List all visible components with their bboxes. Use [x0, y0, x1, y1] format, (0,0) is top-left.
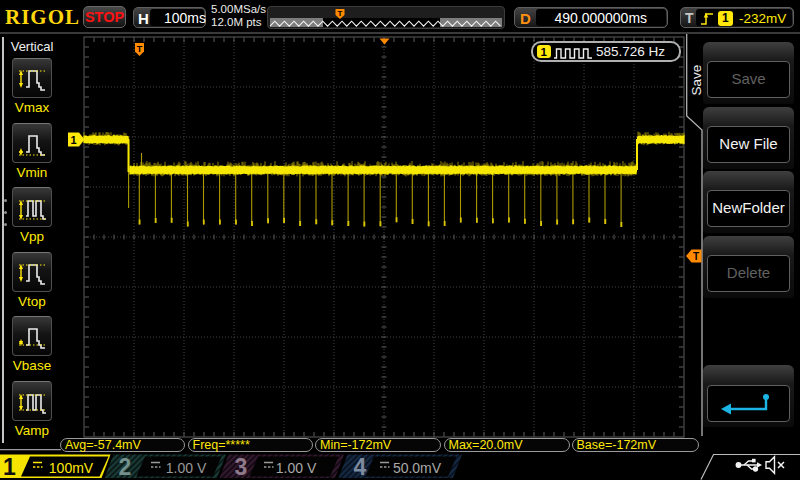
svg-text:50.0mV: 50.0mV [393, 460, 442, 476]
svg-text:1.00 V: 1.00 V [276, 460, 317, 476]
svg-text:4: 4 [354, 454, 367, 480]
svg-text:1.00 V: 1.00 V [166, 460, 207, 476]
svg-text:2: 2 [119, 454, 132, 480]
svg-text:1: 1 [3, 454, 16, 480]
svg-text:T: T [693, 251, 699, 262]
svg-text:3: 3 [235, 454, 248, 480]
svg-text:T: T [338, 9, 343, 18]
svg-text:100mV: 100mV [49, 460, 94, 476]
